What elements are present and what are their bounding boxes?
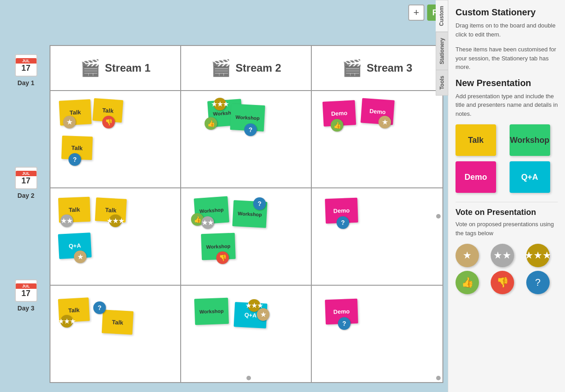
row-day2: Talk ★★ Talk ★★★ Q+A ★ Workshop 👍 ★★ Wor… [50,188,442,286]
vote-title: Vote on Presentation [456,208,558,217]
vote-badges: ★ ★★ ★★★ 👍 👎 ? [456,244,558,294]
badge-thumbup-1[interactable]: 👍 [205,117,217,130]
badge-question-1[interactable]: ? [68,153,81,166]
stationery-talk[interactable]: Talk [456,124,496,156]
cell-1-2[interactable]: Workshop ★★★ 👍 Workshop ? [181,91,312,187]
badge-thumbdown-2[interactable]: 👎 [216,251,229,264]
cell-2-2[interactable]: Workshop 👍 ★★ Workshop ? Workshop 👎 [181,188,312,285]
badge-stars2-1[interactable]: ★★ [60,214,73,227]
stream-title-1: Stream 1 [105,62,150,74]
sidebar-content: Custom Stationery Drag items on to the b… [448,0,565,392]
cal-day-3: 17 [21,289,30,298]
cell-2-1[interactable]: Talk ★★ Talk ★★★ Q+A ★ [50,188,181,285]
side-tabs: Custom Stationery Tools [436,0,448,96]
badge-stars-1-1[interactable]: ★ [63,116,76,128]
day-text-2: Day 2 [18,192,34,199]
cell-3-1[interactable]: Talk ★★★ ? Talk [50,286,181,382]
badge-stars3-1[interactable]: ★★★ [214,98,226,110]
badge-stars3-2[interactable]: ★★★ [109,214,122,227]
grid-rows: Talk ★ Talk 👎 Talk ? Workshop ★★★ 👍 Work… [50,91,442,382]
badge-stars1-2[interactable]: ★ [378,116,391,128]
calendar-icon-2: JUL 17 [15,167,37,189]
day-text-3: Day 3 [18,305,34,312]
sticky-talk-7[interactable]: Talk [102,310,134,334]
tab-stationery[interactable]: Stationery [436,32,448,70]
day-2-label: JUL 17 Day 2 [5,158,47,270]
custom-stationery-desc2: These items have been customised for you… [456,45,558,72]
resize-handle-bottom-right[interactable] [436,376,441,380]
cal-day-2: 17 [21,176,30,186]
divider-1 [456,202,558,202]
camera-icon-1: 🎬 [80,59,100,77]
calendar-icon-3: JUL 17 [15,279,37,302]
cell-3-2[interactable]: Workshop Q+A ★★★ ★ [181,286,312,382]
badge-stars3-3[interactable]: ★★★ [60,315,73,328]
add-button[interactable]: + [408,5,424,21]
sidebar: Custom Stationery Tools Custom Stationer… [448,0,565,392]
resize-handle-bottom-mid[interactable] [246,376,251,380]
vote-badge-star1[interactable]: ★ [456,244,479,267]
stationery-demo[interactable]: Demo [456,161,496,193]
day-1-label: JUL 17 Day 1 [5,45,47,158]
vote-badge-thumbup[interactable]: 👍 [456,271,479,294]
cell-3-3[interactable]: Demo ? [312,286,442,382]
board-area: + R JUL 17 Day 1 JUL 17 Day 2 JUL 17 Day… [0,0,448,392]
camera-icon-2: 🎬 [211,59,231,77]
badge-question-4[interactable]: ? [337,216,349,229]
cell-2-3[interactable]: Demo ? [312,188,442,285]
day-text-1: Day 1 [18,79,34,87]
vote-desc: Vote on proposed presentations using the… [456,220,558,237]
cal-month-3: JUL [16,283,36,289]
camera-icon-3: 🎬 [342,59,362,77]
stationery-qa[interactable]: Q+A [510,161,550,193]
custom-stationery-desc1: Drag items on to the board and double cl… [456,21,558,39]
stream-header-3: 🎬 Stream 3 [312,46,442,90]
vote-badge-star2[interactable]: ★★ [491,244,514,267]
vote-badge-star3[interactable]: ★★★ [526,244,550,267]
custom-stationery-title: Custom Stationery [456,7,558,18]
day-labels: JUL 17 Day 1 JUL 17 Day 2 JUL 17 Day 3 [5,45,47,383]
badge-question-2[interactable]: ? [244,123,257,136]
stream-headers: 🎬 Stream 1 🎬 Stream 2 🎬 Stream 3 [50,46,442,91]
cell-1-1[interactable]: Talk ★ Talk 👎 Talk ? [50,91,181,187]
vote-badge-thumbdown[interactable]: 👎 [491,271,514,294]
cell-1-3[interactable]: Demo 👍 Demo ★ [312,91,442,187]
new-presentation-desc: Add presentation type and include the ti… [456,92,558,119]
stationery-workshop[interactable]: Workshop [510,124,550,156]
cal-month-2: JUL [16,171,36,176]
resize-handle-right-mid[interactable] [436,214,441,219]
new-presentation-title: New Presentation [456,78,558,88]
calendar-icon-1: JUL 17 [15,54,37,77]
stream-header-2: 🎬 Stream 2 [181,46,312,90]
grid-container: 🎬 Stream 1 🎬 Stream 2 🎬 Stream 3 Talk ★ … [50,45,443,383]
cal-month-1: JUL [16,58,36,64]
badge-thumbdown-1[interactable]: 👎 [102,116,115,128]
badge-question-5[interactable]: ? [93,301,106,314]
badge-question-6[interactable]: ? [338,317,351,330]
sticky-workshop-6[interactable]: Workshop [194,298,229,325]
tab-tools[interactable]: Tools [436,70,448,96]
badge-thumbup-2[interactable]: 👍 [331,119,343,132]
tab-custom[interactable]: Custom [436,0,448,32]
stream-title-2: Stream 2 [236,62,281,74]
badge-stars1-4[interactable]: ★ [257,308,269,321]
day-3-label: JUL 17 Day 3 [5,270,47,383]
badge-question-3[interactable]: ? [253,197,266,210]
vote-badge-question[interactable]: ? [526,271,550,294]
stream-header-1: 🎬 Stream 1 [50,46,181,90]
row-day3: Talk ★★★ ? Talk Workshop Q+A ★★★ ★ Demo [50,286,442,382]
cal-day-1: 17 [21,64,30,73]
badge-stars1-3[interactable]: ★ [74,251,87,263]
stationery-grid: Talk Workshop Demo Q+A [456,124,558,193]
row-day1: Talk ★ Talk 👎 Talk ? Workshop ★★★ 👍 Work… [50,91,442,188]
badge-stars2-2[interactable]: ★★ [201,216,214,229]
stream-title-3: Stream 3 [367,62,412,74]
